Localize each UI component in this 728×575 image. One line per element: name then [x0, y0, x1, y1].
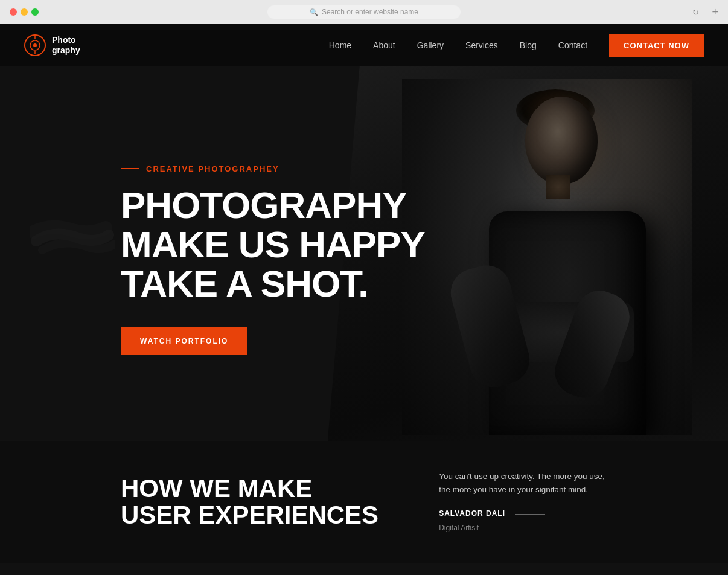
address-bar[interactable]: 🔍 Search or enter website name — [267, 5, 461, 19]
search-icon: 🔍 — [310, 8, 318, 16]
nav-home[interactable]: Home — [329, 40, 351, 50]
reload-button[interactable]: ↻ — [692, 8, 699, 17]
close-button[interactable] — [10, 8, 17, 16]
nav-services[interactable]: Services — [465, 40, 498, 50]
logo-icon — [24, 34, 46, 56]
figure-neck — [546, 175, 570, 199]
nav-about[interactable]: About — [373, 40, 395, 50]
address-text: Search or enter website name — [322, 8, 418, 16]
tagline-line — [121, 168, 139, 169]
hero-title-line2: MAKE US HAPPY — [121, 223, 425, 265]
nav-gallery[interactable]: Gallery — [417, 40, 444, 50]
watch-portfolio-button[interactable]: WATCH PORTFOLIO — [121, 327, 247, 355]
traffic-lights — [10, 8, 39, 16]
tagline-area: CREATIVE PHOTOGRAPHEY — [121, 164, 425, 173]
hero-title-line3: TAKE A SHOT. — [121, 263, 368, 304]
bottom-quote: You can't use up creativity. The more yo… — [439, 470, 607, 496]
portrait-inner — [402, 79, 692, 435]
attribution-role: Digital Artisit — [439, 522, 607, 534]
browser-chrome: 🔍 Search or enter website name ↻ + — [0, 0, 728, 24]
bottom-right-content: You can't use up creativity. The more yo… — [439, 470, 607, 534]
nav-links: Home About Gallery Services Blog Contact… — [329, 34, 704, 57]
figure-head — [525, 97, 598, 184]
bottom-section: HOW WE MAKE USER EXPERIENCES You can't u… — [0, 441, 728, 563]
hero-title-line1: PHOTOGRAPHY — [121, 184, 407, 226]
attribution-separator — [515, 514, 545, 515]
fullscreen-button[interactable] — [31, 8, 39, 16]
portrait-photo — [402, 79, 692, 435]
bottom-title: HOW WE MAKE USER EXPERIENCES — [121, 475, 378, 528]
website-content: Photo graphy Home About Gallery Services… — [0, 24, 728, 575]
logo-area: Photo graphy — [24, 34, 80, 56]
minimize-button[interactable] — [21, 8, 28, 16]
attribution: SALVADOR DALI — [439, 508, 607, 519]
hero-section: CREATIVE PHOTOGRAPHEY PHOTOGRAPHY MAKE U… — [0, 66, 728, 441]
nav-blog[interactable]: Blog — [520, 40, 537, 50]
hero-title: PHOTOGRAPHY MAKE US HAPPY TAKE A SHOT. — [121, 185, 425, 303]
navbar: Photo graphy Home About Gallery Services… — [0, 24, 728, 66]
logo-text: Photo graphy — [52, 35, 80, 56]
contact-now-button[interactable]: CONTACT NOW — [609, 34, 704, 57]
bottom-title-line1: HOW WE MAKE — [121, 475, 378, 502]
attribution-name: SALVADOR DALI — [439, 508, 505, 519]
svg-point-2 — [33, 43, 37, 47]
nav-contact[interactable]: Contact — [558, 40, 587, 50]
new-tab-button[interactable]: + — [712, 7, 718, 18]
bottom-title-line2: USER EXPERIENCES — [121, 502, 378, 528]
tagline-text: CREATIVE PHOTOGRAPHEY — [146, 164, 279, 173]
hero-content: CREATIVE PHOTOGRAPHEY PHOTOGRAPHY MAKE U… — [0, 152, 425, 355]
